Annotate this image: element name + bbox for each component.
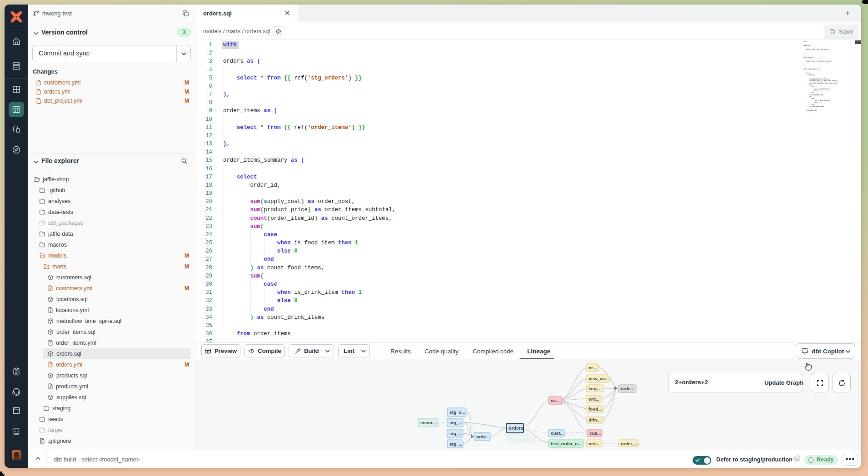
svg-text:test_supply...: test_supply... [509, 437, 538, 442]
svg-text:stg_...: stg_... [449, 431, 463, 436]
svg-text:new_cu...: new_cu... [589, 376, 609, 381]
svg-text:or...: or... [589, 365, 597, 370]
svg-text:orde...: orde... [621, 386, 634, 391]
svg-text:ord...: ord... [589, 441, 599, 446]
svg-text:ecom....: ecom.... [420, 420, 437, 425]
svg-text:drin...: drin... [589, 417, 601, 422]
svg-text:test_order_it...: test_order_it... [551, 441, 582, 446]
svg-text:stg_...: stg_... [449, 420, 463, 425]
svg-text:food...: food... [589, 407, 602, 412]
svg-text:larg...: larg... [589, 386, 600, 391]
svg-text:stg_o...: stg_o... [449, 410, 465, 415]
svg-text:stg_...: stg_... [449, 441, 463, 446]
svg-text:order_...: order_... [621, 441, 639, 446]
svg-text:cust...: cust... [551, 431, 564, 436]
svg-text:cus...: cus... [589, 431, 601, 436]
svg-text:orde...: orde... [476, 434, 490, 439]
svg-text:ord...: ord... [589, 397, 599, 402]
svg-text:orders: orders [509, 425, 524, 431]
svg-text:or...: or... [551, 398, 559, 403]
